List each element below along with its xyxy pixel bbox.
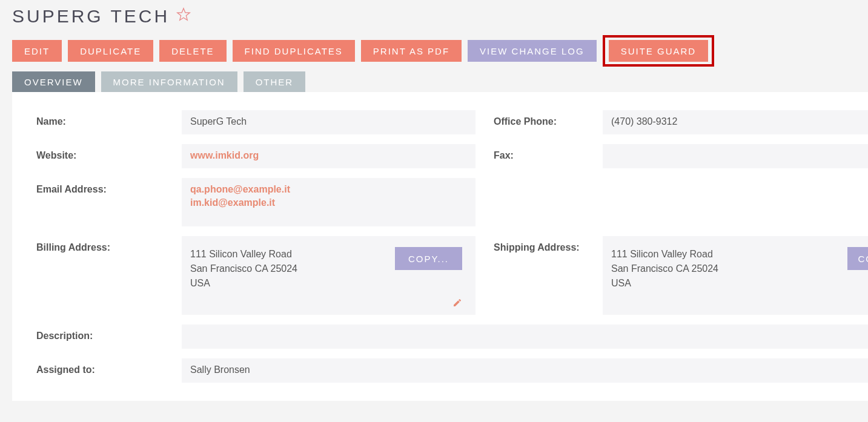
email-value: qa.phone@example.it im.kid@example.it (182, 178, 475, 226)
edit-button[interactable]: EDIT (12, 40, 62, 62)
overview-panel: Name: SuperG Tech Office Phone: (470) 38… (12, 92, 868, 401)
billing-label: Billing Address: (36, 236, 182, 253)
website-label: Website: (36, 144, 182, 161)
fax-value (603, 144, 868, 168)
tab-other[interactable]: OTHER (244, 71, 306, 92)
office-phone-value: (470) 380-9312 (603, 110, 868, 134)
office-phone-label: Office Phone: (475, 110, 603, 127)
page-title: SUPERG TECH (12, 6, 170, 27)
billing-line3: USA (190, 276, 467, 291)
shipping-line3: USA (611, 276, 860, 291)
tab-more-information[interactable]: MORE INFORMATION (101, 71, 237, 92)
email-link-1[interactable]: qa.phone@example.it (190, 184, 467, 195)
assigned-label: Assigned to: (36, 358, 182, 375)
find-duplicates-button[interactable]: FIND DUPLICATES (233, 40, 355, 62)
description-label: Description: (36, 325, 182, 341)
shipping-copy-button[interactable]: CO (847, 247, 869, 270)
email-label: Email Address: (36, 178, 182, 195)
tabs-row: OVERVIEW MORE INFORMATION OTHER (12, 71, 868, 92)
fax-label: Fax: (475, 144, 603, 161)
favorite-star-icon[interactable] (176, 7, 191, 22)
billing-value: 111 Silicon Valley Road San Francisco CA… (182, 236, 475, 315)
website-link[interactable]: www.imkid.org (190, 150, 259, 160)
print-pdf-button[interactable]: PRINT AS PDF (361, 40, 462, 62)
view-change-log-button[interactable]: VIEW CHANGE LOG (468, 40, 597, 62)
tab-overview[interactable]: OVERVIEW (12, 71, 95, 92)
billing-copy-button[interactable]: COPY... (395, 247, 462, 270)
suite-guard-highlight: SUITE GUARD (603, 35, 715, 67)
shipping-line2: San Francisco CA 25024 (611, 262, 860, 276)
name-label: Name: (36, 110, 182, 127)
duplicate-button[interactable]: DUPLICATE (68, 40, 153, 62)
action-bar: EDIT DUPLICATE DELETE FIND DUPLICATES PR… (12, 35, 868, 67)
title-row: SUPERG TECH (12, 6, 868, 27)
assigned-value: Sally Bronsen (182, 358, 868, 383)
record-detail-page: SUPERG TECH EDIT DUPLICATE DELETE FIND D… (0, 0, 868, 401)
shipping-value: 111 Silicon Valley Road San Francisco CA… (603, 236, 868, 315)
pencil-icon[interactable] (452, 298, 462, 308)
shipping-label: Shipping Address: (475, 236, 603, 253)
description-value (182, 325, 868, 349)
form-grid: Name: SuperG Tech Office Phone: (470) 38… (36, 110, 868, 383)
email-link-2[interactable]: im.kid@example.it (190, 197, 467, 208)
website-value: www.imkid.org (182, 144, 475, 168)
shipping-line1: 111 Silicon Valley Road (611, 247, 860, 262)
suite-guard-button[interactable]: SUITE GUARD (609, 40, 709, 62)
name-value: SuperG Tech (182, 110, 475, 134)
delete-button[interactable]: DELETE (159, 40, 226, 62)
